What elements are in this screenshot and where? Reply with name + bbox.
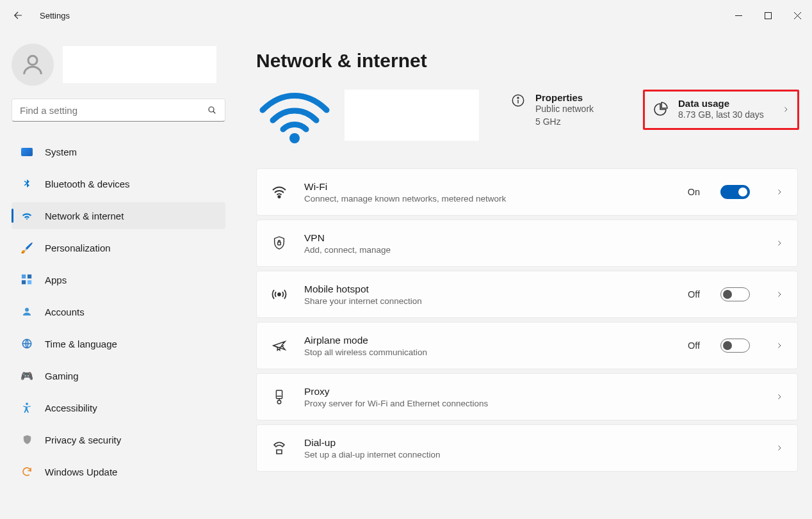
svg-rect-8: [28, 275, 31, 278]
minimize-button[interactable]: [724, 5, 753, 26]
close-button[interactable]: [783, 5, 812, 26]
search-box[interactable]: [12, 99, 225, 122]
row-vpn[interactable]: VPN Add, connect, manage: [256, 220, 798, 267]
window-controls: [724, 5, 812, 26]
svg-rect-21: [276, 390, 282, 399]
search-input[interactable]: [20, 105, 207, 116]
sidebar-item-label: Windows Update: [45, 467, 117, 477]
avatar: [12, 44, 54, 86]
sidebar-item-label: Accessibility: [45, 403, 97, 413]
row-sub: Add, connect, manage: [304, 245, 750, 255]
system-icon: [20, 145, 33, 158]
maximize-button[interactable]: [753, 5, 783, 26]
row-sub: Stop all wireless communication: [304, 347, 671, 357]
shield-icon: [20, 433, 33, 446]
properties-sub1: Public network: [535, 103, 594, 116]
chevron-right-icon: [775, 188, 783, 196]
row-dialup[interactable]: Dial-up Set up a dial-up internet connec…: [256, 424, 798, 472]
pie-chart-icon: [653, 101, 669, 118]
sidebar-item-time-language[interactable]: Time & language: [12, 330, 225, 357]
sidebar-item-bluetooth[interactable]: Bluetooth & devices: [12, 170, 225, 197]
airplane-toggle[interactable]: [720, 339, 750, 353]
svg-rect-9: [22, 280, 26, 284]
titlebar: Settings: [0, 0, 812, 31]
network-status-row: Properties Public network 5 GHz Data usa…: [256, 90, 799, 147]
bluetooth-icon: [20, 177, 33, 190]
hotspot-state: Off: [688, 289, 700, 299]
hotspot-icon: [271, 287, 288, 301]
sidebar-item-windows-update[interactable]: Windows Update: [12, 458, 225, 485]
svg-point-20: [278, 293, 280, 296]
chevron-right-icon: [775, 443, 783, 452]
row-title: Wi-Fi: [304, 181, 671, 193]
row-airplane-mode[interactable]: Airplane mode Stop all wireless communic…: [256, 322, 798, 369]
gamepad-icon: 🎮: [20, 369, 33, 382]
sidebar-item-label: Time & language: [45, 339, 117, 349]
sidebar-item-apps[interactable]: Apps: [12, 266, 225, 293]
svg-point-5: [209, 107, 214, 112]
row-proxy[interactable]: Proxy Proxy server for Wi-Fi and Etherne…: [256, 373, 798, 420]
sidebar-item-label: Privacy & security: [45, 435, 121, 445]
sidebar: System Bluetooth & devices Network & int…: [0, 31, 237, 519]
info-icon: [510, 92, 526, 109]
sidebar-item-label: Network & internet: [45, 211, 124, 221]
network-name: [345, 90, 479, 141]
sidebar-item-accounts[interactable]: Accounts: [12, 298, 225, 325]
airplane-icon: [271, 339, 288, 353]
sidebar-item-label: Bluetooth & devices: [45, 179, 130, 189]
nav-list: System Bluetooth & devices Network & int…: [12, 136, 225, 488]
svg-point-11: [25, 308, 29, 312]
phone-icon: [271, 441, 288, 455]
chevron-right-icon: [775, 239, 783, 248]
svg-rect-1: [765, 12, 771, 19]
properties-card[interactable]: Properties Public network 5 GHz: [491, 90, 594, 128]
sidebar-item-label: Personalization: [45, 243, 111, 253]
wifi-signal-icon: [256, 90, 333, 147]
sidebar-item-personalization[interactable]: 🖌️ Personalization: [12, 234, 225, 261]
row-sub: Proxy server for Wi-Fi and Ethernet conn…: [304, 399, 750, 408]
properties-title: Properties: [535, 92, 594, 103]
wifi-icon: [20, 209, 33, 222]
sidebar-item-label: Apps: [45, 275, 67, 285]
properties-sub2: 5 GHz: [535, 116, 594, 129]
chevron-right-icon: [775, 392, 783, 401]
svg-point-4: [28, 56, 37, 65]
user-name: [63, 46, 216, 83]
app-title: Settings: [40, 11, 70, 20]
proxy-icon: [271, 389, 288, 404]
wifi-state: On: [688, 187, 700, 197]
settings-list: Wi-Fi Connect, manage known networks, me…: [256, 168, 798, 472]
svg-point-18: [278, 196, 280, 198]
row-sub: Share your internet connection: [304, 296, 671, 306]
svg-point-13: [26, 403, 28, 405]
accounts-icon: [20, 305, 33, 318]
person-icon: [20, 52, 45, 77]
back-button[interactable]: [12, 9, 24, 22]
page-title: Network & internet: [256, 50, 799, 72]
row-mobile-hotspot[interactable]: Mobile hotspot Share your internet conne…: [256, 271, 798, 318]
hotspot-toggle[interactable]: [720, 287, 750, 301]
row-sub: Connect, manage known networks, metered …: [304, 194, 671, 204]
chevron-right-icon: [775, 341, 783, 350]
sidebar-item-accessibility[interactable]: Accessibility: [12, 394, 225, 421]
user-account-row[interactable]: [12, 44, 225, 86]
row-sub: Set up a dial-up internet connection: [304, 450, 750, 459]
main-content: Network & internet Properties Public net…: [237, 31, 812, 519]
wifi-toggle[interactable]: [720, 185, 750, 199]
shield-lock-icon: [271, 236, 288, 251]
accessibility-icon: [20, 401, 33, 414]
sidebar-item-privacy[interactable]: Privacy & security: [12, 426, 225, 453]
globe-clock-icon: [20, 337, 33, 350]
sidebar-item-network[interactable]: Network & internet: [12, 202, 225, 229]
row-wifi[interactable]: Wi-Fi Connect, manage known networks, me…: [256, 168, 798, 216]
data-usage-card[interactable]: Data usage 8.73 GB, last 30 days: [643, 90, 799, 130]
sidebar-item-system[interactable]: System: [12, 138, 225, 165]
svg-line-6: [213, 111, 215, 113]
sidebar-item-gaming[interactable]: 🎮 Gaming: [12, 362, 225, 389]
row-title: VPN: [304, 232, 750, 244]
maximize-icon: [765, 12, 772, 19]
row-title: Proxy: [304, 386, 750, 397]
search-icon: [207, 105, 217, 115]
chevron-right-icon: [775, 290, 783, 299]
sidebar-item-label: System: [45, 147, 77, 157]
